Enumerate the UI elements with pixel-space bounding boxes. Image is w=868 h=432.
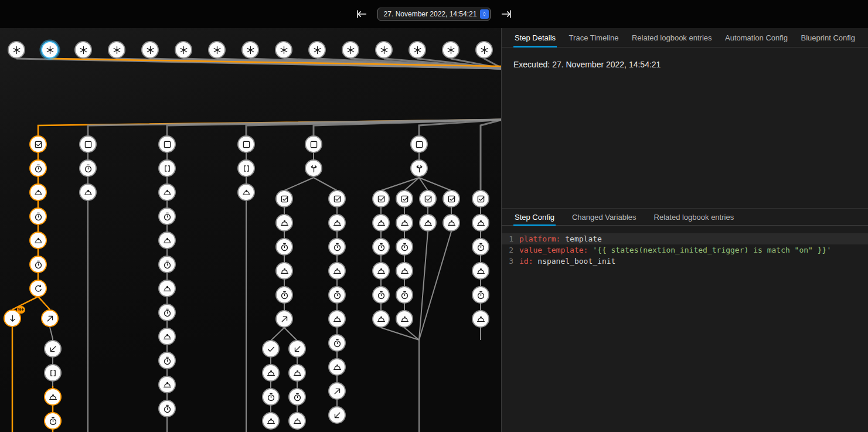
trace-node-asterisk[interactable] — [275, 41, 292, 59]
trace-node-timer[interactable] — [158, 352, 176, 369]
trace-node-timer[interactable] — [29, 159, 47, 177]
trace-node-decision[interactable] — [305, 159, 322, 177]
trace-node-service[interactable] — [472, 214, 489, 232]
trace-node-service[interactable] — [328, 214, 346, 232]
trace-node-timer[interactable] — [328, 238, 346, 256]
trace-node-service[interactable] — [44, 388, 62, 406]
trace-node-checkbox[interactable] — [372, 190, 390, 208]
trace-node-service[interactable] — [419, 214, 437, 232]
next-run-button[interactable] — [499, 6, 514, 22]
trace-node-checkbox[interactable] — [275, 190, 293, 208]
trace-node-square[interactable] — [305, 135, 322, 153]
trace-node-timer[interactable] — [328, 286, 346, 304]
trace-node-asterisk[interactable] — [375, 41, 393, 59]
trace-node-timer[interactable] — [328, 334, 346, 352]
trace-node-timer[interactable] — [262, 388, 280, 406]
trace-node-asterisk[interactable] — [108, 41, 125, 59]
trace-node-arrow-ne[interactable] — [41, 309, 59, 327]
trace-node-asterisk[interactable] — [342, 41, 359, 59]
trace-node-asterisk[interactable] — [442, 41, 459, 59]
trace-node-timer[interactable] — [44, 412, 62, 430]
tab-step-details[interactable]: Step Details — [513, 28, 557, 47]
trace-node-repeat[interactable] — [29, 280, 47, 297]
trace-node-square[interactable] — [410, 135, 428, 153]
tab-automation-config[interactable]: Automation Config — [724, 28, 789, 47]
trace-node-service[interactable] — [288, 412, 306, 430]
trace-node-asterisk[interactable] — [8, 41, 25, 59]
trace-node-service[interactable] — [262, 364, 280, 382]
trace-node-service[interactable] — [275, 262, 293, 280]
trace-node-arrow-sw[interactable] — [44, 340, 62, 358]
trace-node-asterisk[interactable] — [208, 41, 226, 59]
tab-related-logbook-entries[interactable]: Related logbook entries — [631, 28, 713, 47]
trace-node-asterisk[interactable] — [141, 41, 159, 59]
trace-node-checkbox[interactable] — [396, 190, 413, 208]
trace-node-service[interactable] — [237, 183, 255, 201]
trace-node-timer[interactable] — [372, 286, 390, 304]
trace-node-service[interactable] — [158, 183, 176, 201]
trace-node-timer[interactable] — [158, 304, 176, 321]
trace-node-service[interactable] — [79, 183, 97, 201]
trace-node-service[interactable] — [158, 280, 176, 297]
trace-node-asterisk[interactable] — [475, 41, 493, 59]
trace-node-service[interactable] — [158, 376, 176, 393]
trace-node-timer[interactable] — [288, 388, 306, 406]
trace-node-timer[interactable] — [275, 286, 293, 304]
trace-node-service[interactable] — [262, 412, 280, 430]
trace-node-service[interactable] — [158, 232, 176, 249]
trace-node-service[interactable] — [472, 262, 489, 280]
trace-node-timer[interactable] — [372, 238, 390, 256]
trace-node-timer[interactable] — [29, 208, 47, 225]
trace-node-timer[interactable] — [472, 238, 489, 256]
trace-node-square[interactable] — [237, 135, 255, 153]
trace-node-timer[interactable] — [472, 286, 489, 304]
trace-node-timer[interactable] — [158, 256, 176, 273]
trace-node-service[interactable] — [29, 183, 47, 201]
trace-node-asterisk[interactable] — [308, 41, 326, 59]
trace-node-timer[interactable] — [29, 256, 47, 273]
trace-node-arrow-ne[interactable] — [328, 382, 346, 400]
trace-node-service[interactable] — [372, 262, 390, 280]
config-tab-step-config[interactable]: Step Config — [513, 209, 556, 225]
trace-node-service[interactable] — [158, 328, 176, 345]
trace-node-decision[interactable] — [410, 159, 428, 177]
trace-node-service[interactable] — [396, 214, 413, 232]
trace-node-service[interactable] — [372, 214, 390, 232]
trace-node-service[interactable] — [396, 262, 413, 280]
trace-node-asterisk[interactable] — [409, 41, 426, 59]
trace-node-arrow-sw[interactable] — [288, 340, 306, 358]
trace-node-timer[interactable] — [396, 286, 413, 304]
trace-node-timer[interactable] — [79, 159, 97, 177]
trace-node-service[interactable] — [396, 310, 413, 328]
trace-node-timer[interactable] — [396, 238, 413, 256]
trace-node-service[interactable] — [328, 310, 346, 328]
trace-node-arrow-sw[interactable] — [328, 406, 346, 424]
trace-node-service[interactable] — [442, 214, 460, 232]
previous-run-button[interactable] — [354, 6, 369, 22]
trace-node-service[interactable] — [288, 364, 306, 382]
trace-node-arrow-ne[interactable] — [275, 310, 293, 328]
trace-node-checkbox[interactable] — [328, 190, 346, 208]
trace-node-square[interactable] — [79, 135, 97, 153]
trace-node-service[interactable] — [328, 358, 346, 376]
config-tab-related-logbook-entries[interactable]: Related logbook entries — [653, 209, 736, 225]
trace-node-check[interactable] — [262, 340, 280, 358]
trace-node-service[interactable] — [328, 262, 346, 280]
trace-node-square[interactable] — [158, 135, 176, 153]
trace-node-checkbox[interactable] — [442, 190, 460, 208]
trace-node-service[interactable] — [472, 310, 489, 328]
trace-node-asterisk[interactable] — [41, 41, 59, 59]
trace-node-timer[interactable] — [158, 400, 176, 417]
trace-node-arrow-down[interactable]: 9+ — [4, 309, 21, 327]
trace-node-checkbox[interactable] — [472, 190, 489, 208]
trace-node-checkbox[interactable] — [29, 135, 47, 153]
trace-node-asterisk[interactable] — [74, 41, 92, 59]
trace-node-brackets[interactable] — [44, 364, 62, 382]
config-tab-changed-variables[interactable]: Changed Variables — [571, 209, 638, 225]
trace-node-asterisk[interactable] — [241, 41, 259, 59]
trace-node-brackets[interactable] — [158, 159, 176, 177]
trace-node-checkbox[interactable] — [419, 190, 437, 208]
tab-trace-timeline[interactable]: Trace Timeline — [568, 28, 620, 47]
trace-node-asterisk[interactable] — [175, 41, 192, 59]
tab-blueprint-config[interactable]: Blueprint Config — [799, 28, 856, 47]
